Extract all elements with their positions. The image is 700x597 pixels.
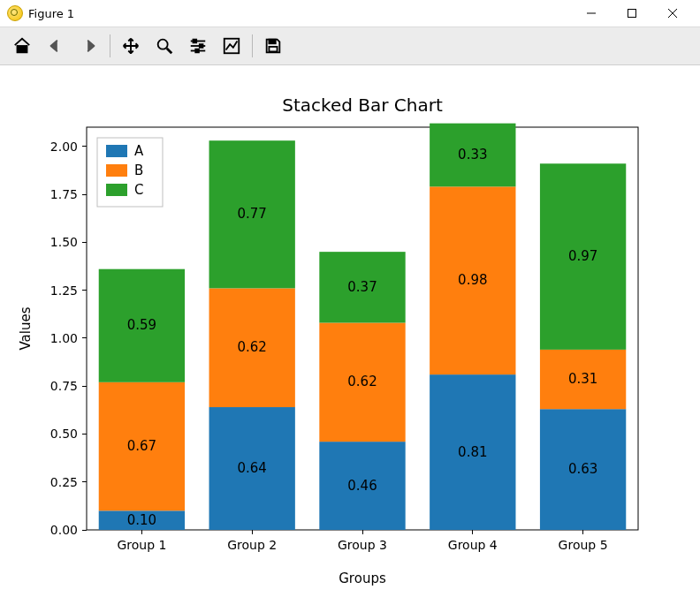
back-button[interactable] bbox=[41, 31, 71, 61]
bar-value-label: 0.31 bbox=[568, 371, 597, 387]
sliders-icon bbox=[188, 36, 208, 56]
x-tick-label: Group 2 bbox=[227, 538, 277, 552]
bars: 0.100.670.590.640.620.770.460.620.370.81… bbox=[99, 124, 627, 530]
x-tick-label: Group 1 bbox=[117, 538, 166, 552]
configure-subplots-button[interactable] bbox=[183, 31, 213, 61]
titlebar: Figure 1 bbox=[0, 0, 700, 26]
svg-rect-1 bbox=[628, 10, 636, 18]
stacked-bar-chart: 0.000.250.500.751.001.251.501.752.00Grou… bbox=[0, 65, 700, 597]
toolbar-separator bbox=[252, 34, 253, 57]
legend-label: C bbox=[134, 182, 143, 198]
bar-value-label: 0.10 bbox=[127, 512, 156, 528]
x-tick-label: Group 3 bbox=[338, 538, 387, 552]
mpl-toolbar bbox=[0, 26, 700, 65]
plot-area: 0.000.250.500.751.001.251.501.752.00Grou… bbox=[0, 65, 700, 597]
svg-rect-10 bbox=[200, 44, 203, 48]
legend-label: A bbox=[134, 143, 144, 159]
bar-value-label: 0.62 bbox=[347, 374, 377, 389]
bar-value-label: 0.97 bbox=[568, 248, 597, 264]
x-axis-label: Groups bbox=[339, 571, 386, 586]
save-button[interactable] bbox=[258, 31, 288, 61]
svg-rect-9 bbox=[194, 40, 197, 43]
y-tick-label: 1.25 bbox=[50, 283, 78, 298]
svg-point-4 bbox=[158, 40, 168, 49]
zoom-button[interactable] bbox=[149, 31, 179, 61]
bar-value-label: 0.33 bbox=[458, 147, 487, 162]
bar-value-label: 0.67 bbox=[127, 438, 156, 454]
y-tick-label: 0.50 bbox=[50, 427, 78, 441]
chart-title: Stacked Bar Chart bbox=[282, 94, 443, 116]
bar-value-label: 0.81 bbox=[458, 444, 487, 460]
svg-rect-11 bbox=[195, 49, 199, 53]
svg-line-5 bbox=[167, 49, 172, 54]
bar-value-label: 0.59 bbox=[127, 317, 156, 333]
home-button[interactable] bbox=[7, 31, 37, 61]
y-tick-label: 1.50 bbox=[50, 235, 78, 249]
y-axis: 0.000.250.500.751.001.251.501.752.00 bbox=[50, 140, 87, 537]
legend-label: B bbox=[134, 162, 143, 178]
y-tick-label: 1.75 bbox=[50, 187, 78, 201]
bar-value-label: 0.77 bbox=[237, 206, 266, 222]
y-tick-label: 0.00 bbox=[50, 523, 78, 537]
bar-value-label: 0.64 bbox=[237, 460, 266, 476]
save-icon bbox=[263, 36, 283, 56]
toolbar-separator bbox=[110, 34, 110, 57]
back-arrow-icon bbox=[46, 36, 65, 56]
svg-rect-13 bbox=[269, 40, 275, 44]
forward-button[interactable] bbox=[74, 31, 104, 61]
bar-value-label: 0.62 bbox=[237, 339, 266, 355]
bar-value-label: 0.63 bbox=[568, 461, 597, 477]
close-button[interactable] bbox=[652, 0, 693, 26]
bar-value-label: 0.98 bbox=[458, 272, 487, 288]
figure-window: Figure 1 bbox=[0, 0, 700, 597]
minimize-button[interactable] bbox=[571, 0, 612, 26]
close-icon bbox=[667, 8, 678, 19]
minimize-icon bbox=[586, 8, 597, 19]
y-tick-label: 0.25 bbox=[50, 475, 78, 489]
legend-swatch bbox=[106, 184, 127, 196]
y-tick-label: 1.00 bbox=[50, 331, 78, 345]
svg-rect-14 bbox=[269, 47, 277, 51]
bar-value-label: 0.37 bbox=[347, 279, 377, 295]
y-tick-label: 2.00 bbox=[50, 140, 78, 154]
app-icon bbox=[7, 5, 23, 21]
x-tick-label: Group 5 bbox=[559, 538, 608, 552]
legend-swatch bbox=[106, 164, 127, 177]
pan-button[interactable] bbox=[116, 31, 146, 61]
x-tick-label: Group 4 bbox=[448, 538, 498, 552]
window-title: Figure 1 bbox=[28, 7, 74, 20]
maximize-icon bbox=[627, 8, 637, 19]
bar-value-label: 0.46 bbox=[347, 478, 377, 494]
edit-axes-button[interactable] bbox=[217, 31, 247, 61]
zoom-icon bbox=[155, 36, 174, 56]
chart-line-icon bbox=[222, 36, 241, 56]
x-axis: Group 1Group 2Group 3Group 4Group 5 bbox=[117, 530, 607, 552]
y-tick-label: 0.75 bbox=[50, 379, 78, 393]
maximize-button[interactable] bbox=[612, 0, 652, 26]
home-icon bbox=[12, 36, 32, 56]
y-axis-label: Values bbox=[18, 306, 34, 350]
forward-arrow-icon bbox=[80, 36, 99, 56]
legend-swatch bbox=[106, 145, 127, 157]
pan-icon bbox=[121, 36, 141, 56]
legend: ABC bbox=[97, 138, 163, 207]
